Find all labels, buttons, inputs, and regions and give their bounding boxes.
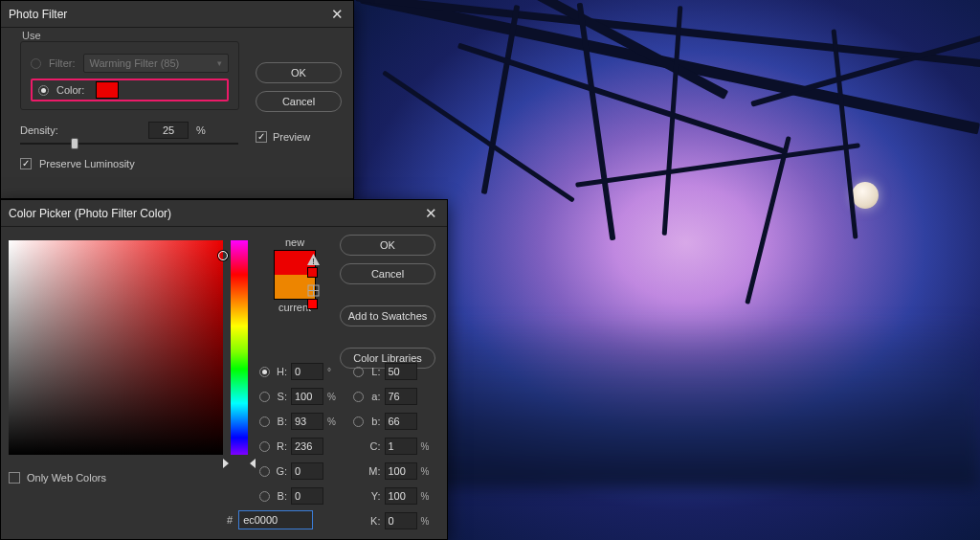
new-label: new: [257, 236, 332, 248]
preview-label: Preview: [273, 131, 310, 143]
radio-icon[interactable]: [353, 416, 364, 427]
photo-filter-titlebar[interactable]: Photo Filter ✕: [1, 1, 353, 28]
gamut-warning-icon[interactable]: !: [307, 254, 320, 265]
radio-icon[interactable]: [259, 491, 270, 502]
current-label: current: [257, 302, 332, 313]
c-input[interactable]: [385, 438, 417, 455]
checkbox-icon[interactable]: [9, 472, 20, 484]
cancel-button[interactable]: Cancel: [340, 263, 435, 284]
checkbox-icon[interactable]: [256, 131, 267, 143]
add-to-swatches-button[interactable]: Add to Swatches: [340, 305, 435, 326]
websafe-suggest-swatch[interactable]: [307, 299, 318, 309]
checkbox-icon[interactable]: [20, 158, 32, 169]
k-input[interactable]: [385, 512, 417, 529]
s-field-row[interactable]: S:%: [259, 386, 344, 407]
g-field-row[interactable]: G:: [259, 461, 344, 482]
m-input[interactable]: [385, 462, 417, 480]
close-icon[interactable]: ✕: [328, 6, 345, 23]
l-input[interactable]: [385, 363, 417, 380]
photo-filter-title: Photo Filter: [9, 8, 67, 21]
h-field-row[interactable]: H:°: [259, 361, 344, 382]
r-field-row[interactable]: R:: [259, 436, 344, 457]
color-picker-dialog: Color Picker (Photo Filter Color) ✕ new …: [0, 199, 448, 540]
close-icon[interactable]: ✕: [422, 205, 439, 222]
density-input[interactable]: [148, 122, 189, 139]
b-rgb-input[interactable]: [291, 487, 323, 505]
b-hsb-input[interactable]: [291, 413, 323, 430]
b-rgb-field-row[interactable]: B:: [259, 485, 344, 506]
preserve-luminosity-checkbox[interactable]: Preserve Luminosity: [20, 158, 342, 169]
hex-input[interactable]: [238, 510, 313, 529]
ok-button[interactable]: OK: [256, 62, 342, 83]
preview-checkbox[interactable]: Preview: [256, 131, 342, 143]
websafe-warning-icon[interactable]: [307, 284, 320, 297]
density-slider[interactable]: [20, 143, 238, 145]
radio-icon[interactable]: [259, 416, 270, 427]
use-group-label: Use: [22, 30, 41, 41]
k-field-row: K:%: [353, 510, 437, 531]
color-radio-label: Color:: [56, 84, 84, 96]
m-field-row: M:%: [353, 461, 437, 482]
radio-icon[interactable]: [259, 367, 270, 377]
ok-button[interactable]: OK: [340, 235, 435, 256]
b-lab-input[interactable]: [385, 413, 417, 430]
preserve-label: Preserve Luminosity: [39, 158, 135, 169]
filter-dropdown-value: Warming Filter (85): [90, 57, 180, 69]
chevron-down-icon: ▾: [217, 58, 222, 68]
a-field-row[interactable]: a:: [353, 386, 437, 407]
gamut-suggest-swatch[interactable]: [307, 267, 318, 278]
density-label: Density:: [20, 124, 66, 136]
filter-dropdown[interactable]: Warming Filter (85) ▾: [83, 54, 230, 73]
l-field-row[interactable]: L:: [353, 361, 437, 382]
r-input[interactable]: [291, 438, 323, 455]
g-input[interactable]: [291, 462, 323, 480]
hex-prefix: #: [227, 514, 233, 526]
color-picker-title: Color Picker (Photo Filter Color): [9, 207, 171, 220]
photo-filter-dialog: Photo Filter ✕ Use Filter: Warming Filte…: [0, 0, 354, 199]
radio-icon[interactable]: [353, 367, 364, 377]
a-input[interactable]: [385, 388, 417, 405]
color-swatch[interactable]: [96, 81, 119, 99]
radio-icon[interactable]: [31, 58, 41, 69]
new-current-colors: new current: [257, 236, 332, 313]
radio-icon[interactable]: [259, 392, 270, 402]
filter-radio-row[interactable]: Filter: Warming Filter (85) ▾: [31, 52, 229, 75]
c-field-row: C:%: [353, 436, 437, 457]
radio-icon[interactable]: [259, 466, 270, 477]
s-input[interactable]: [291, 388, 323, 405]
use-group: Filter: Warming Filter (85) ▾ Color:: [20, 41, 239, 110]
sv-marker[interactable]: [218, 251, 228, 260]
color-radio-row[interactable]: Color:: [31, 79, 229, 101]
y-input[interactable]: [385, 487, 417, 505]
only-web-colors-checkbox[interactable]: Only Web Colors: [9, 472, 106, 484]
density-unit: %: [196, 124, 206, 136]
radio-icon[interactable]: [38, 85, 49, 96]
slider-thumb[interactable]: [71, 138, 78, 149]
b-hsb-field-row[interactable]: B:%: [259, 411, 344, 432]
hue-arrow-icon: [250, 459, 256, 468]
filter-radio-label: Filter:: [49, 57, 76, 69]
saturation-value-field[interactable]: [9, 240, 223, 455]
only-web-colors-label: Only Web Colors: [27, 472, 106, 484]
svg-text:!: !: [312, 257, 315, 266]
moon: [852, 182, 879, 209]
h-input[interactable]: [291, 363, 323, 380]
y-field-row: Y:%: [353, 485, 437, 506]
cancel-button[interactable]: Cancel: [256, 91, 342, 112]
hue-arrow-icon: [223, 459, 229, 468]
hue-slider[interactable]: [231, 240, 248, 455]
radio-icon[interactable]: [353, 392, 364, 402]
radio-icon[interactable]: [259, 441, 270, 452]
color-picker-titlebar[interactable]: Color Picker (Photo Filter Color) ✕: [1, 200, 447, 227]
b-lab-field-row[interactable]: b:: [353, 411, 437, 432]
